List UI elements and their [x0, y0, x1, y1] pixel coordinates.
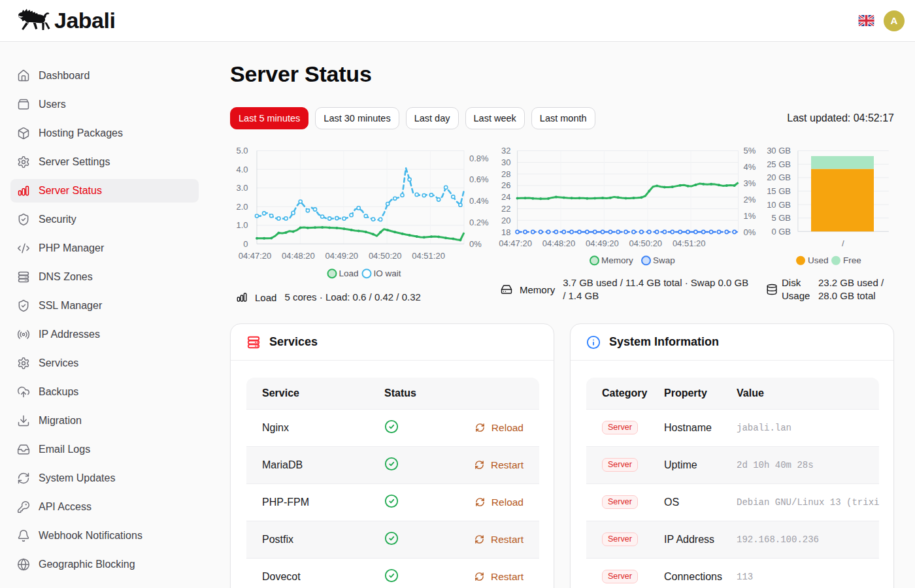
svg-text:Memory: Memory [601, 255, 633, 265]
svg-text:04:48:20: 04:48:20 [542, 238, 576, 248]
svg-text:10 GB: 10 GB [767, 200, 791, 210]
svg-text:2%: 2% [744, 195, 756, 204]
svg-text:26: 26 [501, 180, 510, 190]
svg-text:0%: 0% [744, 227, 756, 237]
svg-text:0.2%: 0.2% [469, 218, 489, 227]
svg-text:18: 18 [501, 227, 510, 237]
svg-text:04:47:20: 04:47:20 [499, 238, 532, 248]
svg-text:0.4%: 0.4% [469, 196, 489, 206]
svg-text:0: 0 [243, 239, 248, 249]
svg-text:4%: 4% [744, 162, 756, 172]
svg-text:30: 30 [501, 157, 510, 167]
svg-text:04:47:20: 04:47:20 [239, 251, 272, 261]
svg-text:04:50:20: 04:50:20 [629, 238, 662, 248]
svg-text:22: 22 [501, 204, 510, 214]
svg-text:5 GB: 5 GB [771, 213, 791, 223]
svg-text:24: 24 [501, 192, 510, 202]
svg-text:IO wait: IO wait [374, 269, 401, 278]
svg-text:Used: Used [808, 255, 829, 265]
svg-text:3.0: 3.0 [236, 183, 248, 193]
svg-text:0.6%: 0.6% [469, 174, 489, 184]
svg-text:1%: 1% [744, 211, 756, 221]
svg-text:0.8%: 0.8% [469, 154, 489, 163]
svg-text:04:50:20: 04:50:20 [369, 251, 402, 261]
svg-text:Swap: Swap [653, 255, 675, 265]
svg-text:1.0: 1.0 [236, 220, 248, 230]
svg-text:30 GB: 30 GB [767, 146, 791, 155]
svg-text:04:48:20: 04:48:20 [282, 251, 315, 261]
svg-text:/: / [842, 238, 844, 248]
svg-text:Load: Load [339, 269, 359, 278]
svg-text:04:51:20: 04:51:20 [412, 251, 445, 261]
svg-text:15 GB: 15 GB [767, 186, 791, 196]
svg-text:20 GB: 20 GB [767, 172, 791, 182]
svg-text:5%: 5% [744, 146, 756, 155]
svg-text:04:49:20: 04:49:20 [586, 238, 619, 248]
svg-text:0 GB: 0 GB [771, 227, 791, 237]
svg-text:32: 32 [501, 146, 510, 155]
svg-text:25 GB: 25 GB [767, 159, 791, 169]
svg-text:3%: 3% [744, 178, 756, 188]
svg-text:28: 28 [501, 169, 510, 179]
svg-text:4.0: 4.0 [236, 165, 248, 174]
svg-text:0%: 0% [469, 239, 482, 249]
svg-text:20: 20 [501, 216, 510, 225]
svg-text:2.0: 2.0 [236, 202, 248, 212]
svg-text:04:51:20: 04:51:20 [673, 238, 706, 248]
svg-text:5.0: 5.0 [236, 146, 248, 155]
svg-text:04:49:20: 04:49:20 [325, 251, 358, 261]
svg-text:Free: Free [843, 255, 861, 265]
